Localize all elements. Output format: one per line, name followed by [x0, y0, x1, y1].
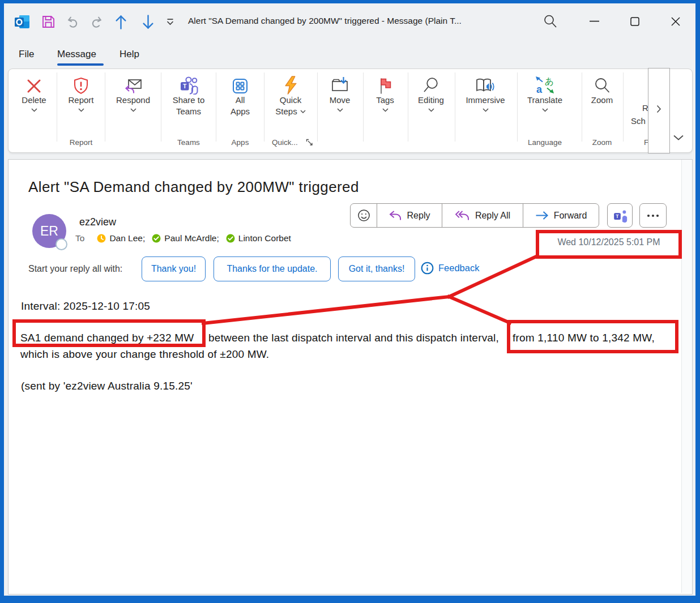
suggested-reply-button[interactable]: Thank you! — [142, 256, 206, 281]
report-button[interactable]: Report — [61, 73, 101, 113]
window-title: Alert "SA Demand changed by 200MW" trigg… — [188, 16, 462, 26]
svg-text:T: T — [616, 213, 619, 219]
menu-help[interactable]: Help — [119, 49, 139, 60]
reply-envelope-icon — [124, 73, 143, 95]
reply-arrow-icon — [389, 210, 402, 221]
chevron-down-icon — [483, 108, 489, 113]
chevron-down-icon — [542, 108, 548, 113]
share-to-teams-button[interactable]: T Share to Teams — [165, 73, 212, 117]
to-label: To — [75, 233, 84, 243]
lightning-icon — [283, 73, 298, 95]
presence-indicator — [56, 238, 67, 250]
delete-x-icon — [25, 73, 42, 95]
ellipsis-icon — [647, 214, 659, 217]
group-label-quick-steps: Quick... — [265, 138, 305, 147]
message-actions: Reply Reply All Forward — [350, 203, 599, 228]
move-up-icon[interactable] — [114, 14, 127, 30]
collapse-ribbon-button[interactable] — [673, 135, 684, 141]
translate-icon: あ a — [535, 73, 555, 95]
body-line-2: which is above your change threshold of … — [20, 348, 269, 361]
svg-text:あ: あ — [545, 76, 554, 86]
body-middle-text: between the last dispatch interval and t… — [208, 332, 499, 344]
sender-name[interactable]: ez2view — [79, 216, 116, 228]
teams-icon: T — [178, 73, 199, 95]
body-highlight-2: from 1,110 MW to 1,342 MW, — [513, 332, 655, 344]
reply-button[interactable]: Reply — [377, 204, 442, 227]
group-label-language: Language — [522, 138, 568, 147]
window-border-left — [0, 0, 4, 603]
maximize-button[interactable] — [630, 17, 639, 26]
close-button[interactable] — [671, 16, 681, 27]
reply-all-arrow-icon — [455, 210, 470, 221]
magnifier-icon — [423, 73, 439, 95]
shield-warning-icon — [73, 73, 89, 95]
info-icon — [421, 262, 434, 275]
ribbon-scroll-right-button[interactable] — [648, 68, 670, 153]
active-tab-underline — [57, 63, 104, 66]
window-border-bottom — [0, 596, 700, 603]
tags-button[interactable]: Tags — [368, 73, 403, 113]
move-down-icon[interactable] — [142, 14, 155, 30]
teams-icon: T — [613, 209, 628, 223]
chevron-down-icon — [31, 108, 37, 113]
svg-text:T: T — [183, 83, 187, 89]
suggested-replies-prompt: Start your reply all with: — [28, 264, 122, 274]
window-border-top — [0, 0, 700, 3]
group-label-zoom: Zoom — [584, 138, 620, 147]
presence-check-icon — [152, 234, 161, 243]
vertical-scrollbar[interactable] — [681, 160, 692, 593]
immersive-reader-button[interactable]: Immersive — [459, 73, 511, 113]
minimize-button[interactable] — [590, 20, 599, 23]
body-interval-line: Interval: 2025-12-10 17:05 — [21, 300, 150, 313]
search-icon[interactable] — [543, 14, 557, 29]
window-border-right — [695, 0, 700, 603]
zoom-magnifier-icon — [594, 73, 611, 95]
group-label-apps: Apps — [220, 138, 260, 147]
all-apps-button[interactable]: All Apps — [220, 73, 260, 117]
smiley-icon — [357, 209, 370, 222]
move-folder-icon — [331, 73, 349, 95]
group-label-teams: Teams — [165, 138, 212, 147]
emoji-reaction-button[interactable] — [351, 204, 377, 227]
recipients-row: To Dan Lee; Paul McArdle; Linton Corbet — [75, 233, 298, 243]
forward-arrow-icon — [535, 211, 549, 220]
feedback-link[interactable]: Feedback — [421, 262, 479, 275]
undo-icon[interactable] — [66, 15, 80, 29]
editing-button[interactable]: Editing — [412, 73, 450, 113]
suggested-reply-button[interactable]: Got it, thanks! — [338, 256, 415, 281]
delete-button[interactable]: Delete — [14, 73, 54, 113]
quick-steps-button[interactable]: Quick Steps — [267, 73, 314, 117]
customize-toolbar-icon[interactable] — [166, 18, 174, 25]
apps-grid-icon — [232, 73, 249, 95]
body-highlight-1: SA1 demand changed by +232 MW — [20, 332, 194, 344]
group-label-report: Report — [61, 138, 101, 147]
suggested-reply-button[interactable]: Thanks for the update. — [214, 256, 331, 281]
recipient[interactable]: Linton Corbet — [238, 233, 291, 243]
dialog-launcher-icon[interactable] — [306, 139, 313, 146]
chevron-down-icon — [337, 108, 343, 113]
flag-icon — [378, 73, 392, 95]
outlook-app-icon — [14, 15, 30, 29]
save-icon[interactable] — [42, 15, 55, 28]
share-to-teams-action-button[interactable]: T — [607, 203, 633, 228]
zoom-button[interactable]: Zoom — [584, 73, 620, 106]
menu-message[interactable]: Message — [57, 49, 96, 60]
recipient[interactable]: Dan Lee; — [109, 233, 145, 243]
reply-all-button[interactable]: Reply All — [442, 204, 523, 227]
message-subject: Alert "SA Demand changed by 200MW" trigg… — [28, 178, 359, 196]
redo-icon[interactable] — [89, 15, 104, 29]
svg-text:a: a — [536, 84, 543, 95]
more-actions-button[interactable] — [639, 203, 667, 228]
presence-check-icon — [226, 234, 235, 243]
chevron-right-icon — [656, 105, 661, 113]
translate-button[interactable]: あ a Translate — [522, 73, 568, 113]
respond-button[interactable]: Respond — [111, 73, 155, 113]
recipient[interactable]: Paul McArdle; — [164, 233, 219, 243]
chevron-down-icon — [130, 108, 136, 113]
chevron-down-icon — [428, 108, 434, 113]
menu-file[interactable]: File — [19, 49, 34, 60]
forward-button[interactable]: Forward — [523, 204, 599, 227]
body-footer-line: (sent by 'ez2view Australia 9.15.25' — [21, 380, 193, 392]
message-date: Wed 10/12/2025 5:01 PM — [538, 237, 680, 247]
move-button[interactable]: Move — [321, 73, 358, 113]
